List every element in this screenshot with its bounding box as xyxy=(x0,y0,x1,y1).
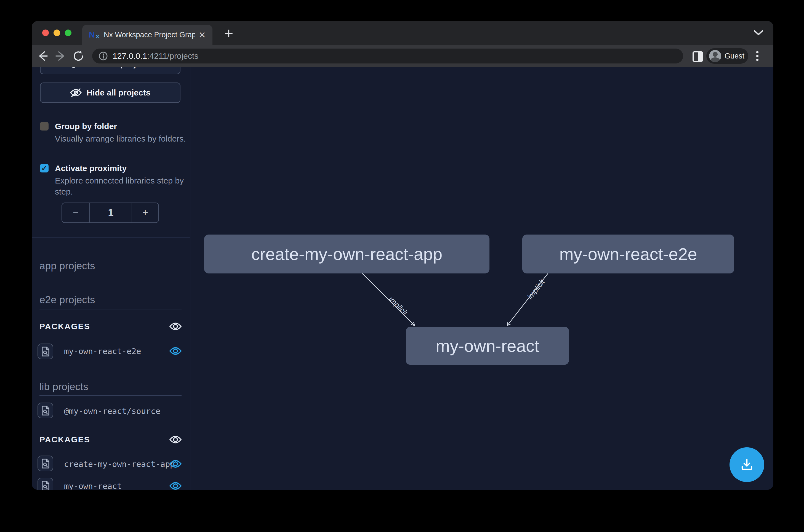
sidebar-divider xyxy=(32,237,190,238)
tab-title: Nx Workspace Project Graph xyxy=(104,31,195,39)
profile-label: Guest xyxy=(725,52,744,60)
minimize-window-button[interactable] xyxy=(54,30,60,36)
file-search-icon xyxy=(41,346,50,357)
tab-strip: Nx Nx Workspace Project Graph ✕ + xyxy=(32,21,773,45)
activate-proximity-description: Explore connected libraries step by step… xyxy=(55,175,190,197)
file-search-icon xyxy=(41,458,50,469)
eye-icon-active[interactable] xyxy=(169,459,182,469)
reload-icon[interactable] xyxy=(72,50,85,62)
download-graph-button[interactable] xyxy=(729,447,764,482)
graph-node-my-own-react-e2e[interactable]: my-own-react-e2e xyxy=(522,234,734,273)
new-tab-button[interactable]: + xyxy=(220,25,237,41)
app-projects-rule xyxy=(39,276,181,276)
project-row-label[interactable]: create-my-own-react-app xyxy=(64,459,175,469)
project-row-label[interactable]: my-own-react-e2e xyxy=(64,346,141,356)
lib-projects-heading: lib projects xyxy=(39,381,88,393)
eye-off-icon xyxy=(70,88,82,97)
browser-window: Nx Nx Workspace Project Graph ✕ + xyxy=(32,21,773,490)
maximize-window-button[interactable] xyxy=(65,30,72,36)
packages-heading: PACKAGES xyxy=(39,322,90,331)
browser-toolbar: 127.0.0.1:4211/projects Guest xyxy=(32,45,773,67)
increment-button[interactable]: + xyxy=(132,203,158,223)
project-row-icon-button[interactable] xyxy=(38,478,53,490)
file-search-icon xyxy=(41,480,50,490)
project-row-icon-button[interactable] xyxy=(38,403,53,418)
packages-heading: PACKAGES xyxy=(39,435,90,444)
page-content: Show all projects Hide all projects Grou… xyxy=(32,67,773,490)
project-graph-canvas[interactable]: implicit implicit create-my-own-react-ap… xyxy=(191,67,773,490)
eye-icon[interactable] xyxy=(169,435,182,444)
eye-icon-active[interactable] xyxy=(169,481,182,490)
app-projects-heading: app projects xyxy=(39,260,95,272)
project-row-icon-button[interactable] xyxy=(38,456,53,471)
back-icon[interactable] xyxy=(36,50,49,62)
download-icon xyxy=(739,457,755,473)
chevron-down-icon[interactable] xyxy=(753,29,764,36)
group-by-folder-checkbox[interactable] xyxy=(40,122,49,131)
group-by-folder-label: Group by folder xyxy=(55,122,117,131)
show-all-projects-button[interactable]: Show all projects xyxy=(40,67,180,74)
side-panel-icon[interactable] xyxy=(692,51,703,62)
url-host: 127.0.0.1 xyxy=(113,51,147,61)
graph-node-create-my-own-react-app[interactable]: create-my-own-react-app xyxy=(204,234,490,273)
sidebar: Show all projects Hide all projects Grou… xyxy=(32,67,190,490)
info-icon[interactable] xyxy=(98,51,108,61)
activate-proximity-checkbox[interactable]: ✓ xyxy=(40,164,49,172)
nx-logo-icon: Nx xyxy=(89,30,99,40)
activate-proximity-label: Activate proximity xyxy=(55,164,127,173)
lib-projects-rule xyxy=(39,395,181,396)
project-row-label[interactable]: my-own-react xyxy=(64,481,122,490)
forward-icon[interactable] xyxy=(54,50,67,62)
hide-all-projects-button[interactable]: Hide all projects xyxy=(40,82,180,103)
project-row-label[interactable]: @my-own-react/source xyxy=(64,406,160,416)
e2e-projects-heading: e2e projects xyxy=(39,294,95,306)
decrement-button[interactable]: − xyxy=(62,203,90,223)
graph-edges: implicit implicit xyxy=(191,67,773,490)
eye-icon xyxy=(68,67,79,68)
group-by-folder-description: Visually arrange libraries by folders. xyxy=(55,133,190,144)
avatar-icon xyxy=(709,50,721,62)
e2e-projects-rule xyxy=(39,309,181,310)
hide-all-projects-label: Hide all projects xyxy=(87,88,151,97)
eye-icon[interactable] xyxy=(169,322,182,331)
edge-label: implicit xyxy=(387,295,410,317)
show-all-projects-label: Show all projects xyxy=(84,67,153,69)
url-path: :4211/projects xyxy=(147,51,198,61)
edge-label: implicit xyxy=(526,278,547,301)
proximity-depth-value: 1 xyxy=(90,203,132,223)
tab-close-icon[interactable]: ✕ xyxy=(198,30,206,40)
file-search-icon xyxy=(41,405,50,416)
proximity-depth-stepper: − 1 + xyxy=(61,203,159,223)
close-window-button[interactable] xyxy=(42,30,49,36)
eye-icon-active[interactable] xyxy=(169,346,182,356)
tab-nx-project-graph[interactable]: Nx Nx Workspace Project Graph ✕ xyxy=(82,25,212,45)
graph-node-my-own-react[interactable]: my-own-react xyxy=(406,327,569,365)
browser-menu-icon[interactable] xyxy=(756,50,759,63)
project-row-icon-button[interactable] xyxy=(38,344,53,359)
url-bar[interactable]: 127.0.0.1:4211/projects xyxy=(92,49,683,63)
profile-button[interactable]: Guest xyxy=(706,48,748,64)
